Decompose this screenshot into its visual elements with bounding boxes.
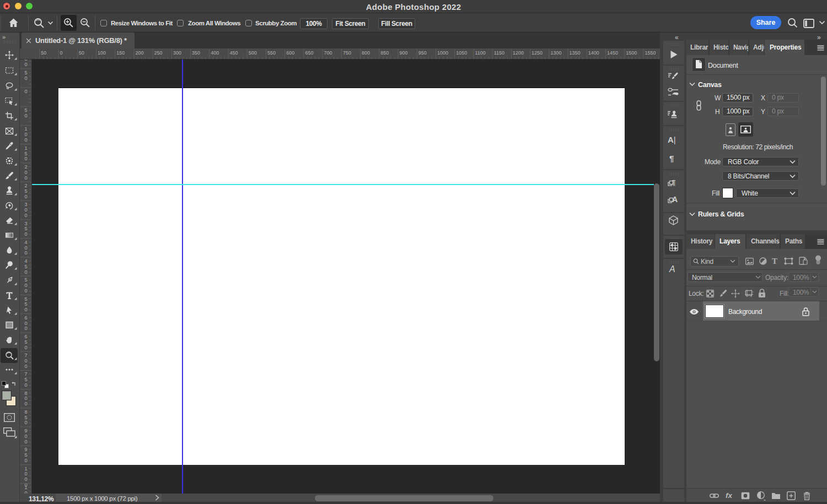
- svg-text:5: 5: [24, 277, 27, 283]
- svg-text:0: 0: [24, 321, 27, 326]
- svg-text:0: 0: [24, 307, 27, 312]
- svg-text:5: 5: [24, 377, 27, 382]
- svg-text:6: 6: [24, 315, 27, 321]
- svg-text:0: 0: [24, 231, 27, 237]
- svg-text:300: 300: [173, 50, 181, 56]
- svg-text:450: 450: [230, 50, 238, 56]
- svg-text:0: 0: [24, 420, 27, 425]
- svg-text:0: 0: [24, 364, 27, 369]
- svg-text:1050: 1050: [456, 50, 467, 56]
- svg-text:50: 50: [79, 50, 84, 56]
- svg-text:7: 7: [24, 353, 27, 358]
- svg-text:500: 500: [249, 50, 257, 56]
- svg-text:5: 5: [24, 107, 27, 113]
- svg-text:200: 200: [135, 50, 143, 56]
- svg-text:0: 0: [24, 358, 27, 364]
- svg-text:1000: 1000: [437, 50, 448, 56]
- svg-text:900: 900: [400, 50, 408, 56]
- svg-text:1150: 1150: [494, 50, 504, 56]
- svg-text:0: 0: [24, 132, 27, 137]
- svg-text:250: 250: [154, 50, 163, 56]
- svg-text:7: 7: [24, 371, 27, 377]
- svg-text:550: 550: [267, 50, 276, 56]
- svg-text:1: 1: [24, 485, 27, 490]
- svg-text:0: 0: [24, 471, 27, 476]
- svg-text:8: 8: [24, 391, 27, 396]
- svg-text:0: 0: [24, 207, 27, 213]
- svg-text:700: 700: [324, 50, 332, 56]
- svg-text:100: 100: [98, 50, 106, 56]
- svg-text:150: 150: [116, 50, 125, 56]
- svg-text:8: 8: [24, 409, 27, 415]
- svg-text:0: 0: [24, 170, 27, 175]
- svg-text:5: 5: [24, 415, 27, 420]
- svg-text:0: 0: [24, 401, 27, 407]
- svg-text:0: 0: [24, 433, 27, 439]
- svg-text:1100: 1100: [475, 50, 486, 56]
- svg-text:3: 3: [24, 202, 27, 207]
- svg-text:1: 1: [24, 126, 27, 132]
- svg-text:1200: 1200: [513, 50, 524, 56]
- svg-text:0: 0: [24, 283, 27, 288]
- svg-text:0: 0: [24, 439, 27, 445]
- svg-text:400: 400: [211, 50, 219, 56]
- svg-text:5: 5: [24, 151, 27, 156]
- svg-text:0: 0: [24, 250, 27, 256]
- svg-text:5: 5: [24, 296, 27, 302]
- svg-text:1300: 1300: [550, 50, 561, 56]
- svg-text:0: 0: [24, 476, 27, 482]
- svg-text:1250: 1250: [531, 50, 543, 56]
- svg-text:0: 0: [24, 269, 27, 275]
- svg-text:1350: 1350: [570, 50, 581, 56]
- svg-text:5: 5: [24, 70, 27, 75]
- svg-text:0: 0: [24, 382, 27, 388]
- svg-text:5: 5: [24, 188, 27, 194]
- svg-text:6: 6: [24, 334, 27, 339]
- svg-text:650: 650: [305, 50, 313, 56]
- svg-text:0: 0: [24, 345, 27, 350]
- svg-text:800: 800: [362, 50, 370, 56]
- svg-text:5: 5: [24, 339, 27, 345]
- svg-text:0: 0: [24, 75, 27, 81]
- svg-text:750: 750: [343, 50, 351, 56]
- svg-text:0: 0: [24, 175, 27, 181]
- svg-text:4: 4: [24, 258, 27, 264]
- svg-text:1500: 1500: [626, 50, 637, 56]
- svg-text:5: 5: [24, 301, 27, 307]
- svg-text:950: 950: [418, 50, 427, 56]
- svg-text:0: 0: [24, 395, 27, 401]
- svg-text:0: 0: [24, 245, 27, 251]
- svg-text:2: 2: [24, 164, 27, 170]
- svg-text:0: 0: [24, 137, 27, 143]
- svg-text:0: 0: [24, 326, 27, 331]
- svg-text:0: 0: [24, 213, 27, 218]
- svg-text:5: 5: [24, 452, 27, 458]
- svg-text:50: 50: [41, 50, 46, 56]
- svg-text:5: 5: [24, 264, 27, 269]
- svg-text:0: 0: [24, 288, 27, 294]
- svg-text:5: 5: [24, 226, 27, 231]
- svg-text:0: 0: [60, 50, 63, 56]
- svg-text:1450: 1450: [607, 50, 618, 56]
- svg-text:0: 0: [24, 89, 27, 94]
- svg-text:350: 350: [192, 50, 200, 56]
- svg-text:9: 9: [24, 428, 27, 433]
- svg-text:0: 0: [24, 113, 27, 118]
- svg-text:4: 4: [24, 240, 27, 245]
- svg-text:1: 1: [24, 145, 27, 151]
- svg-text:0: 0: [24, 458, 27, 463]
- svg-text:0: 0: [24, 62, 27, 67]
- svg-text:3: 3: [24, 221, 27, 226]
- svg-text:600: 600: [286, 50, 294, 56]
- svg-text:0: 0: [24, 194, 27, 199]
- svg-text:850: 850: [380, 50, 389, 56]
- svg-text:9: 9: [24, 447, 27, 452]
- svg-text:1: 1: [24, 466, 27, 472]
- svg-text:1550: 1550: [645, 50, 656, 56]
- svg-text:0: 0: [24, 156, 27, 161]
- svg-text:2: 2: [24, 183, 27, 188]
- svg-text:1400: 1400: [588, 50, 599, 56]
